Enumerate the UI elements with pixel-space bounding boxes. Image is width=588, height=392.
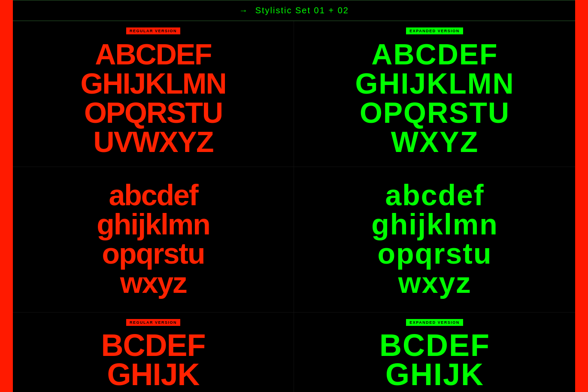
- regular-badge-1: REGULAR VERSION: [126, 27, 180, 34]
- svg-text:ghijklmn: ghijklmn: [371, 208, 498, 240]
- font-display-tl: ABCDEF GHIJKLMN OPQRSTU UVWXYZ: [21, 38, 285, 162]
- svg-expanded-uppercase: ABCDEF GHIJKLMN OPQRSTU WXYZ: [310, 38, 559, 162]
- quadrant-bottom-right: EXPANDED VERSION BCDEF GHIJK LMNOPQ RSTU…: [294, 313, 575, 392]
- svg-text:abcdef: abcdef: [385, 179, 484, 211]
- quadrant-top-right: EXPANDED VERSION ABCDEF GHIJKLMN OPQRSTU…: [294, 21, 575, 167]
- svg-text:wxyz: wxyz: [120, 266, 187, 299]
- expanded-badge-1: EXPANDED VERSION: [406, 27, 463, 34]
- svg-expanded-lowercase: abcdef ghijklmn opqrstu wxyz: [310, 179, 559, 303]
- arrow-icon: →: [239, 6, 249, 15]
- svg-regular-ss02: BCDEF GHIJK LMNOPQ RSTUV WXYZ: [63, 329, 243, 392]
- right-border: [575, 0, 588, 392]
- svg-text:ABCDEF: ABCDEF: [95, 38, 212, 70]
- main-container: → Stylistic Set 01 + 02 REGULAR VERSION …: [13, 0, 575, 392]
- header: → Stylistic Set 01 + 02: [13, 0, 575, 21]
- svg-text:abcdef: abcdef: [109, 179, 199, 211]
- font-display-ml: abcdef ghijklmn opqrstu wxyz: [21, 173, 285, 308]
- title-text: Stylistic Set 01 + 02: [255, 6, 349, 15]
- svg-text:LMNOPQ: LMNOPQ: [364, 386, 505, 392]
- svg-text:opqrstu: opqrstu: [102, 237, 204, 270]
- font-display-br: BCDEF GHIJK LMNOPQ RSTUV WXYZ: [303, 329, 567, 392]
- svg-text:WXYZ: WXYZ: [391, 125, 478, 158]
- svg-text:ghijklmn: ghijklmn: [97, 208, 210, 240]
- svg-text:LMNOPQ: LMNOPQ: [87, 386, 220, 392]
- quadrant-mid-right: abcdef ghijklmn opqrstu wxyz: [294, 167, 575, 312]
- svg-text:GHIJKLMN: GHIJKLMN: [80, 67, 226, 100]
- left-border: [0, 0, 13, 392]
- svg-text:UVWXYZ: UVWXYZ: [94, 125, 213, 158]
- svg-text:wxyz: wxyz: [397, 266, 471, 299]
- svg-regular-uppercase: ABCDEF GHIJKLMN OPQRSTU UVWXYZ: [35, 38, 271, 162]
- quadrant-mid-left: abcdef ghijklmn opqrstu wxyz: [13, 167, 294, 312]
- svg-text:ABCDEF: ABCDEF: [371, 38, 498, 70]
- svg-expanded-ss02: BCDEF GHIJK LMNOPQ RSTUV WXYZ: [332, 329, 538, 392]
- font-display-mr: abcdef ghijklmn opqrstu wxyz: [303, 173, 567, 308]
- svg-regular-lowercase: abcdef ghijklmn opqrstu wxyz: [35, 179, 271, 303]
- svg-text:OPQRSTU: OPQRSTU: [359, 96, 509, 129]
- ss02-section: REGULAR VERSION BCDEF GHIJK LMNOPQ RSTUV…: [13, 312, 575, 392]
- quadrant-bottom-left: REGULAR VERSION BCDEF GHIJK LMNOPQ RSTUV…: [13, 313, 294, 392]
- quadrant-top-left: REGULAR VERSION ABCDEF GHIJKLMN OPQRSTU …: [13, 21, 294, 167]
- font-display-bl: BCDEF GHIJK LMNOPQ RSTUV WXYZ: [21, 329, 285, 392]
- regular-badge-2: REGULAR VERSION: [126, 319, 180, 326]
- svg-text:opqrstu: opqrstu: [377, 237, 492, 270]
- svg-text:OPQRSTU: OPQRSTU: [84, 96, 222, 129]
- font-display-tr: ABCDEF GHIJKLMN OPQRSTU WXYZ: [303, 38, 567, 162]
- content-grid: REGULAR VERSION ABCDEF GHIJKLMN OPQRSTU …: [13, 21, 575, 312]
- header-title: → Stylistic Set 01 + 02: [13, 6, 575, 15]
- svg-text:GHIJKLMN: GHIJKLMN: [355, 67, 514, 100]
- expanded-badge-2: EXPANDED VERSION: [406, 319, 463, 326]
